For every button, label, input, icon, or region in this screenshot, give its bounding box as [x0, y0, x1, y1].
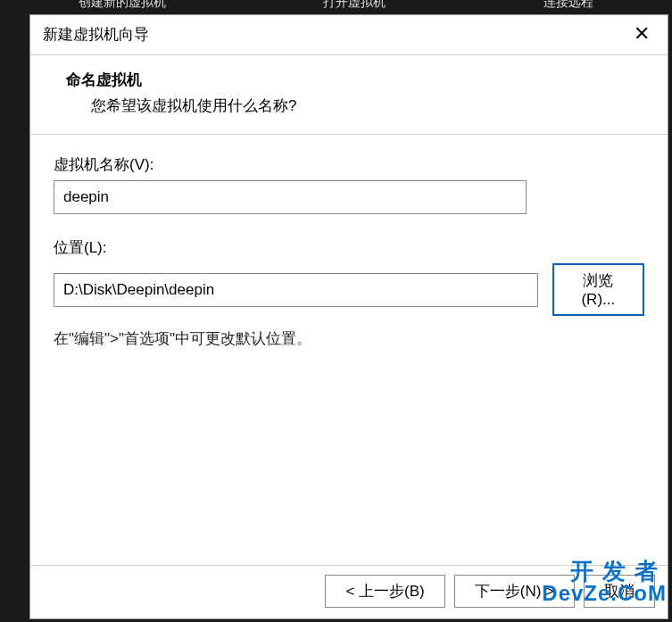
close-icon: ✕ [634, 22, 650, 45]
close-button[interactable]: ✕ [628, 22, 655, 46]
vm-location-input[interactable] [54, 273, 538, 307]
wizard-content: 虚拟机名称(V): 位置(L): 浏览(R)... 在"编辑">"首选项"中可更… [30, 135, 668, 565]
wizard-footer: < 上一步(B) 下一步(N) > 取消 [30, 565, 668, 618]
vm-name-label: 虚拟机名称(V): [54, 154, 644, 175]
dialog-title-bar: 新建虚拟机向导 ✕ [30, 15, 668, 55]
background-toolbar: 创建新的虚拟机 打开虚拟机 连接远程 [0, 0, 672, 14]
back-button[interactable]: < 上一步(B) [325, 575, 444, 608]
wizard-header: 命名虚拟机 您希望该虚拟机使用什么名称? [30, 55, 668, 135]
dialog-title: 新建虚拟机向导 [43, 24, 149, 45]
wizard-step-title: 命名虚拟机 [66, 70, 641, 90]
wizard-step-subtitle: 您希望该虚拟机使用什么名称? [91, 95, 641, 116]
vm-location-label: 位置(L): [54, 237, 644, 258]
location-hint: 在"编辑">"首选项"中可更改默认位置。 [54, 328, 644, 349]
vm-name-input[interactable] [54, 180, 527, 214]
cancel-button[interactable]: 取消 [584, 575, 655, 608]
bg-item-create: 创建新的虚拟机 [79, 0, 166, 14]
new-vm-wizard-dialog: 新建虚拟机向导 ✕ 命名虚拟机 您希望该虚拟机使用什么名称? 虚拟机名称(V):… [29, 14, 668, 619]
bg-item-open: 打开虚拟机 [323, 0, 386, 14]
bg-item-connect: 连接远程 [543, 0, 593, 14]
next-button[interactable]: 下一步(N) > [454, 575, 575, 608]
browse-button[interactable]: 浏览(R)... [552, 263, 644, 316]
